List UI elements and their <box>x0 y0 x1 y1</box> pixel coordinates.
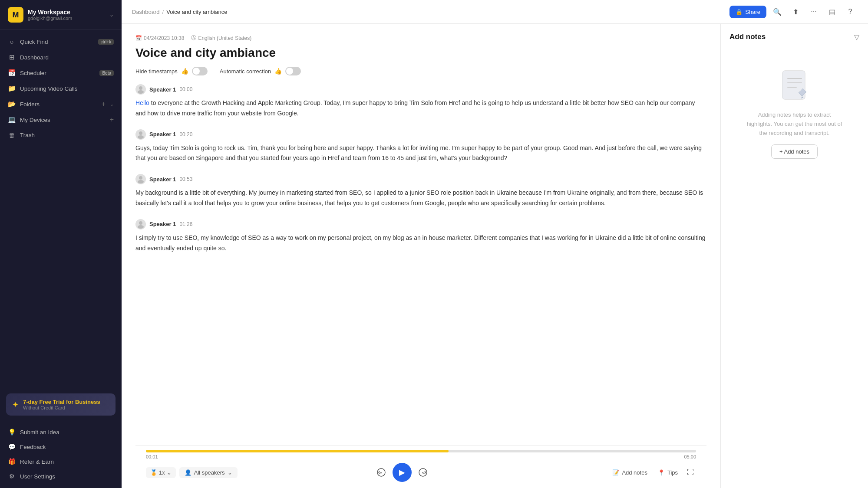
sidebar-item-label: Quick Find <box>20 39 94 45</box>
document-icon: ▤ <box>829 8 835 16</box>
notes-header: Add notes ▽ <box>729 33 859 41</box>
search-button[interactable]: 🔍 <box>770 4 785 19</box>
meta-date: 📅 04/24/2023 10:38 <box>135 35 184 41</box>
notes-empty-text: Adding notes helps to extract highlights… <box>747 111 842 138</box>
notes-empty-state: Adding notes helps to extract highlights… <box>729 52 859 159</box>
chevron-down-icon: ⌄ <box>167 469 172 476</box>
svg-point-6 <box>139 221 142 225</box>
devices-icon: 💻 <box>8 116 16 124</box>
more-options-button[interactable]: ··· <box>806 4 821 19</box>
add-notes-audio-button[interactable]: 📝 Add notes <box>609 467 651 478</box>
expand-icon: ⛶ <box>687 468 694 476</box>
svg-point-2 <box>139 131 142 135</box>
sidebar-item-refer-earn[interactable]: 🎁 Refer & Earn <box>0 454 122 469</box>
speaker-name: Speaker 1 <box>149 176 176 183</box>
sidebar-item-quick-find[interactable]: ○ Quick Find ctrl+k <box>0 34 122 49</box>
dashboard-icon: ⊞ <box>8 53 16 61</box>
sidebar-item-trash[interactable]: 🗑 Trash <box>0 128 122 143</box>
skip-back-button[interactable]: 5 <box>373 465 389 480</box>
sidebar: M My Workspace gdolgikh@gmail.com ⌄ ○ Qu… <box>0 0 122 488</box>
language-icon: Ⓐ <box>191 34 196 42</box>
speaker-text: Guys, today Tim Solo is going to rock us… <box>135 143 706 164</box>
search-icon: 🔍 <box>773 8 782 16</box>
sidebar-item-feedback[interactable]: 💬 Feedback <box>0 439 122 454</box>
skip-forward-button[interactable]: 5 <box>415 465 431 480</box>
speaker-avatar <box>135 84 146 95</box>
sidebar-item-label: Feedback <box>20 444 46 450</box>
help-button[interactable]: ? <box>843 4 858 19</box>
sidebar-item-label: Trash <box>20 132 114 138</box>
speaker-text: My background is a little bit of everyth… <box>135 188 706 209</box>
breadcrumb-home[interactable]: Dashboard <box>132 9 160 15</box>
transcript-view-button[interactable]: ▤ <box>825 4 839 19</box>
breadcrumb-current: Voice and city ambiance <box>166 9 227 15</box>
auto-correction-toggle[interactable] <box>285 67 301 75</box>
speaker-block: Speaker 1 00:53 My background is a littl… <box>135 174 706 209</box>
audio-bar: 00:01 05:00 🏅 1x ⌄ 👤 All speakers ⌄ <box>135 445 706 488</box>
breadcrumb: Dashboard / Voice and city ambiance <box>132 9 726 15</box>
sidebar-item-label: Scheduler <box>20 70 95 76</box>
auto-correction-toggle-group: Automatic correction 👍 <box>220 67 301 75</box>
thumbs-up-icon: 👍 <box>181 68 188 75</box>
speed-button[interactable]: 🏅 1x ⌄ <box>146 467 176 478</box>
share-button[interactable]: 🔒 Share <box>729 6 766 18</box>
sidebar-item-label: User Settings <box>20 473 55 480</box>
add-notes-button[interactable]: + Add notes <box>771 144 818 159</box>
svg-point-4 <box>139 176 142 180</box>
person-icon: 👤 <box>185 469 191 476</box>
gift-icon: 🎁 <box>8 458 16 465</box>
star-icon: ✦ <box>12 400 19 409</box>
speaker-time: 00:20 <box>179 131 192 138</box>
speaker-name: Speaker 1 <box>149 221 176 227</box>
workspace-header[interactable]: M My Workspace gdolgikh@gmail.com ⌄ <box>0 0 122 30</box>
workspace-info: My Workspace gdolgikh@gmail.com <box>28 9 105 21</box>
progress-track[interactable] <box>146 450 696 452</box>
sidebar-item-dashboard[interactable]: ⊞ Dashboard <box>0 49 122 65</box>
sidebar-item-scheduler[interactable]: 📅 Scheduler Beta <box>0 65 122 81</box>
speaker-header: Speaker 1 00:20 <box>135 129 706 140</box>
transcript-title: Voice and city ambiance <box>135 46 706 60</box>
calendar-icon: 📅 <box>135 35 142 41</box>
chevron-icon[interactable]: ⌄ <box>110 102 114 107</box>
sidebar-item-my-devices[interactable]: 💻 My Devices + <box>0 112 122 128</box>
lock-icon: 🔒 <box>736 9 743 15</box>
trial-banner[interactable]: ✦ 7-day Free Trial for Business Without … <box>6 393 116 416</box>
notes-panel-title: Add notes <box>729 33 766 41</box>
speakers-button[interactable]: 👤 All speakers ⌄ <box>179 467 238 478</box>
sidebar-item-label: Submit an Idea <box>20 429 59 436</box>
hide-timestamps-toggle[interactable] <box>192 67 208 75</box>
play-button[interactable]: ▶ <box>393 463 412 482</box>
svg-point-0 <box>139 86 142 90</box>
meta-language: Ⓐ English (United States) <box>191 34 251 42</box>
add-device-icon[interactable]: + <box>110 116 114 124</box>
sidebar-item-user-settings[interactable]: ⚙ User Settings <box>0 469 122 484</box>
svg-point-3 <box>138 135 144 139</box>
speaker-text: I simply try to use SEO, my knowledge of… <box>135 233 706 254</box>
main-content: Dashboard / Voice and city ambiance 🔒 Sh… <box>122 0 868 488</box>
search-icon: ○ <box>8 38 16 46</box>
speaker-time: 00:53 <box>179 176 192 182</box>
sidebar-item-submit-idea[interactable]: 💡 Submit an Idea <box>0 425 122 439</box>
upload-button[interactable]: ⬆ <box>788 4 803 19</box>
sidebar-item-folders[interactable]: 📂 Folders + ⌄ <box>0 96 122 112</box>
sidebar-item-label: Refer & Earn <box>20 459 54 465</box>
toggle-correction-label: Automatic correction <box>220 68 271 75</box>
speaker-avatar <box>135 174 146 184</box>
folder-icon: 📁 <box>8 85 16 92</box>
tips-button[interactable]: 📍 Tips <box>654 467 681 478</box>
help-icon: ? <box>848 8 852 16</box>
transcript-panel: 📅 04/24/2023 10:38 Ⓐ English (United Sta… <box>122 24 720 488</box>
trial-text: 7-day Free Trial for Business Without Cr… <box>23 399 100 410</box>
thumbs-up-icon-2: 👍 <box>274 68 282 75</box>
svg-point-5 <box>138 180 144 183</box>
fullscreen-button[interactable]: ⛶ <box>685 466 696 478</box>
add-folder-icon[interactable]: + <box>102 100 106 108</box>
gear-icon: ⚙ <box>8 473 16 480</box>
sidebar-item-label: Folders <box>20 101 97 108</box>
current-time: 00:01 <box>146 454 158 459</box>
sidebar-item-upcoming-video-calls[interactable]: 📁 Upcoming Video Calls <box>0 81 122 96</box>
speaker-avatar <box>135 129 146 140</box>
notes-panel: Add notes ▽ Adding notes helps to extra <box>720 24 868 488</box>
filter-icon[interactable]: ▽ <box>854 33 859 41</box>
topbar-actions: 🔒 Share 🔍 ⬆ ··· ▤ ? <box>729 4 858 19</box>
